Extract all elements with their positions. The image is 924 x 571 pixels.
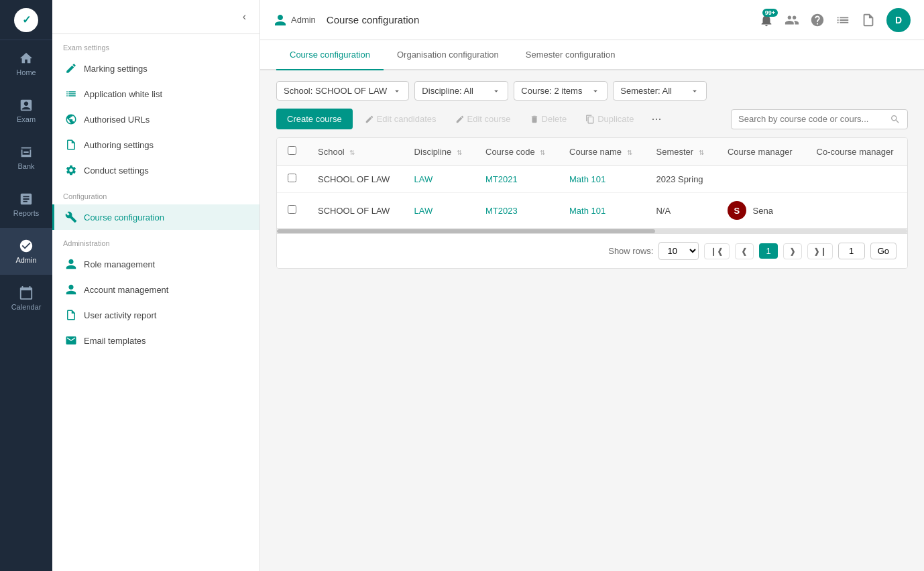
- search-icon: [890, 114, 901, 125]
- manager-avatar: S: [728, 201, 746, 220]
- sort-icon[interactable]: ⇅: [349, 149, 355, 156]
- select-all-header[interactable]: [277, 138, 307, 166]
- sidebar-header: ‹: [52, 0, 259, 34]
- user-avatar[interactable]: D: [886, 8, 911, 32]
- user-icon: [274, 13, 287, 27]
- course-code-cell[interactable]: MT2021: [475, 166, 559, 193]
- sidebar-item-user-activity-report[interactable]: User activity report: [52, 302, 259, 328]
- sidebar: ‹ Exam settings Marking settings Applica…: [52, 0, 260, 571]
- sidebar-item-course-configuration[interactable]: Course configuration: [52, 204, 259, 230]
- nav-item-bank[interactable]: Bank: [0, 134, 52, 181]
- discipline-cell[interactable]: LAW: [404, 166, 475, 193]
- list-icon: [65, 88, 77, 100]
- course-name-cell[interactable]: Math 101: [559, 166, 645, 193]
- sort-icon[interactable]: ⇅: [627, 149, 632, 156]
- sidebar-item-application-whitelist[interactable]: Application white list: [52, 81, 259, 107]
- sort-icon[interactable]: ⇅: [699, 149, 704, 156]
- content-area: Course configuration Organisation config…: [260, 40, 924, 571]
- next-page-button[interactable]: ❱: [783, 243, 802, 259]
- pencil-icon: [455, 115, 465, 124]
- last-page-button[interactable]: ❱❙: [807, 243, 833, 259]
- edit-candidates-label: Edit candidates: [377, 114, 437, 124]
- help-button[interactable]: [810, 13, 825, 27]
- sidebar-collapse-button[interactable]: ‹: [240, 8, 249, 25]
- notifications-button[interactable]: 99+: [759, 13, 774, 27]
- sidebar-item-authorised-urls[interactable]: Authorised URLs: [52, 107, 259, 132]
- nav-item-home[interactable]: Home: [0, 40, 52, 87]
- sidebar-item-conduct-settings[interactable]: Conduct settings: [52, 157, 259, 183]
- nav-item-exam[interactable]: Exam: [0, 87, 52, 134]
- edit-course-button[interactable]: Edit course: [449, 110, 518, 128]
- edit-candidates-button[interactable]: Edit candidates: [358, 110, 443, 128]
- topbar-user: Admin: [274, 13, 316, 27]
- first-page-button[interactable]: ❙❰: [704, 243, 730, 259]
- row-checkbox[interactable]: [288, 174, 296, 182]
- row-checkbox[interactable]: [288, 205, 296, 214]
- table-row[interactable]: SCHOOL OF LAW LAW MT2021 Math 101 2023 S…: [277, 166, 907, 193]
- sidebar-item-role-management[interactable]: Role management: [52, 251, 259, 277]
- delete-button[interactable]: Delete: [523, 110, 574, 128]
- discipline-filter-label: Discipline: All: [422, 86, 486, 96]
- school-cell: SCHOOL OF LAW: [307, 166, 404, 193]
- more-options-button[interactable]: ···: [646, 109, 667, 129]
- course-name-cell[interactable]: Math 101: [559, 193, 645, 229]
- create-course-button[interactable]: Create course: [276, 109, 353, 129]
- semester-filter[interactable]: Semester: All: [613, 81, 707, 101]
- sidebar-item-account-management[interactable]: Account management: [52, 277, 259, 302]
- tab-course-configuration[interactable]: Course configuration: [276, 40, 384, 70]
- chevron-down-icon: [690, 86, 699, 96]
- discipline-cell[interactable]: LAW: [404, 193, 475, 229]
- go-to-page-input[interactable]: [838, 243, 865, 259]
- nav-item-admin[interactable]: Admin: [0, 228, 52, 275]
- row-checkbox-cell[interactable]: [277, 166, 307, 193]
- help-icon: [810, 13, 825, 27]
- nav-item-reports-label: Reports: [13, 209, 40, 217]
- duplicate-button[interactable]: Duplicate: [579, 110, 640, 128]
- school-filter[interactable]: School: SCHOOL OF LAW: [276, 81, 409, 101]
- pencil-icon: [365, 115, 374, 124]
- row-checkbox-cell[interactable]: [277, 193, 307, 229]
- school-column-header: School ⇅: [307, 138, 404, 166]
- duplicate-label: Duplicate: [597, 114, 634, 124]
- sidebar-item-email-templates[interactable]: Email templates: [52, 328, 259, 353]
- list-icon-button[interactable]: [835, 13, 850, 27]
- current-page: 1: [759, 243, 777, 259]
- users-icon: [785, 13, 799, 27]
- delete-label: Delete: [542, 114, 567, 124]
- account-icon: [65, 283, 77, 296]
- prev-page-button[interactable]: ❰: [735, 243, 754, 259]
- logo-circle: ✓: [14, 8, 38, 32]
- sidebar-item-authoring-settings-label: Authoring settings: [84, 140, 154, 150]
- document-icon-button[interactable]: [861, 13, 876, 27]
- sidebar-item-application-whitelist-label: Application white list: [84, 89, 162, 99]
- search-input[interactable]: [738, 114, 886, 124]
- table-scrollbar[interactable]: [277, 228, 907, 233]
- sidebar-item-marking-settings[interactable]: Marking settings: [52, 56, 259, 81]
- discipline-filter[interactable]: Discipline: All: [414, 81, 508, 101]
- pagination-bar: Show rows: 10 25 50 100 ❙❰ ❰ 1 ❱ ❱❙ Go: [277, 233, 907, 268]
- course-manager-cell: S Sena: [717, 193, 806, 229]
- sidebar-item-role-management-label: Role management: [84, 259, 155, 269]
- school-cell: SCHOOL OF LAW: [307, 193, 404, 229]
- users-icon-button[interactable]: [785, 13, 799, 27]
- sort-icon[interactable]: ⇅: [457, 149, 462, 156]
- rows-per-page-select[interactable]: 10 25 50 100: [658, 242, 699, 260]
- go-button[interactable]: Go: [870, 243, 897, 259]
- wrench-icon: [65, 211, 77, 223]
- course-code-cell[interactable]: MT2023: [475, 193, 559, 229]
- nav-item-calendar[interactable]: Calendar: [0, 275, 52, 322]
- co-course-manager-cell: [806, 166, 907, 193]
- table-row[interactable]: SCHOOL OF LAW LAW MT2023 Math 101 N/A S …: [277, 193, 907, 229]
- school-filter-label: School: SCHOOL OF LAW: [284, 86, 387, 96]
- administration-title: Administration: [52, 230, 259, 251]
- sidebar-item-authoring-settings[interactable]: Authoring settings: [52, 132, 259, 157]
- main-content: Admin Course configuration 99+ D: [260, 0, 924, 571]
- course-filter[interactable]: Course: 2 items: [514, 81, 608, 101]
- app-logo[interactable]: ✓: [0, 0, 52, 40]
- tab-organisation-configuration[interactable]: Organisation configuration: [384, 40, 512, 70]
- select-all-checkbox[interactable]: [288, 146, 296, 155]
- nav-item-reports[interactable]: Reports: [0, 181, 52, 228]
- document-icon: [861, 13, 876, 27]
- tab-semester-configuration[interactable]: Semester configuration: [512, 40, 629, 70]
- sort-icon[interactable]: ⇅: [540, 149, 545, 156]
